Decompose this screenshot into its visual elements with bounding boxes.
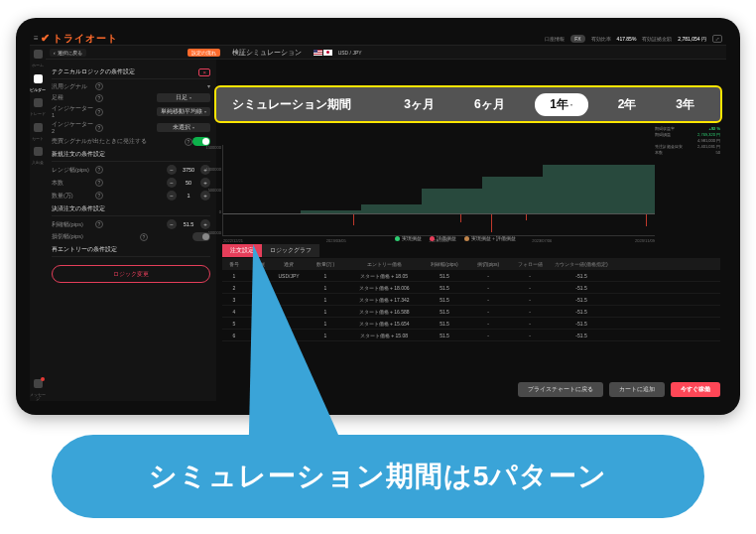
- top-right-stats: 口座情報 FX 有効比率 417.85% 有効証拠金額 2,781,054 円 …: [545, 35, 722, 43]
- rail-messages-label: メッセージ: [30, 394, 46, 401]
- balance-value: 2,781,054 円: [678, 36, 706, 42]
- main-area: シミュレーション期間 3ヶ月 6ヶ月 1年 2年 3年 期間収益率+92 % 期…: [216, 60, 726, 401]
- help-icon[interactable]: ?: [95, 124, 103, 132]
- tab-logic-graph[interactable]: ロジックグラフ: [262, 244, 319, 257]
- expand-icon[interactable]: ⤢: [712, 35, 722, 43]
- bottom-buttons: プライスチャートに戻る カートに追加 今すぐ稼働: [222, 382, 720, 397]
- row-ind1: インジケーター1?単純移動平均線: [52, 105, 210, 118]
- row-tp: 利確幅(pips)?−51.5+: [52, 219, 210, 229]
- row-count: 本数?−50+: [52, 178, 210, 188]
- device-frame: ≡ ✔ トライオート 口座情報 FX 有効比率 417.85% 有効証拠金額 2…: [16, 18, 740, 415]
- help-icon[interactable]: ?: [95, 166, 103, 174]
- tab-orders[interactable]: 注文設定: [222, 244, 262, 257]
- help-icon[interactable]: ?: [95, 82, 103, 90]
- chevron-down-icon[interactable]: ▾: [207, 83, 210, 89]
- result-tabs: 注文設定 ロジックグラフ: [222, 244, 319, 257]
- help-icon[interactable]: ?: [95, 192, 103, 200]
- row-sl: 損切幅(pips)?: [52, 232, 210, 241]
- pair-flags: [314, 50, 332, 56]
- period-3y[interactable]: 3年: [666, 93, 704, 116]
- sim-title: 検証シミュレーション: [232, 48, 302, 58]
- minus-button[interactable]: −: [167, 165, 177, 175]
- row-signal-toggle: 売買シグナルが出たときに発注する?: [52, 137, 210, 146]
- row-qty: 数量(万)?−1+: [52, 191, 210, 200]
- period-options: 3ヶ月 6ヶ月 1年 2年 3年: [375, 93, 704, 116]
- settings-sidebar: 初期設定に戻す テクニカルロジックの条件設定 × 汎用シグナル?▾ 足種?日足 …: [46, 60, 216, 401]
- minus-button[interactable]: −: [167, 178, 177, 188]
- select-ind1[interactable]: 単純移動平均線: [157, 107, 210, 116]
- orders-table: 番号売買通貨数量(万)エントリー価格利確幅(pips)損切(pips)フォロー値…: [222, 258, 720, 375]
- flag-us-icon: [314, 50, 322, 56]
- rail-deposit-label: 入出金: [32, 162, 44, 166]
- chevron-left-icon: ‹: [54, 50, 56, 56]
- table-row[interactable]: 5買1スタート価格 + 15.65451.5---51.5: [222, 318, 720, 330]
- help-icon[interactable]: ?: [95, 220, 103, 228]
- account-label: 口座情報: [545, 36, 565, 42]
- section-reentry: 再エントリーの条件設定: [52, 245, 210, 257]
- row-signal: 汎用シグナル?▾: [52, 82, 210, 90]
- rail-trade-label: トレード: [30, 113, 46, 117]
- rail-trade-icon[interactable]: [34, 98, 43, 107]
- fx-chip[interactable]: FX: [570, 35, 584, 43]
- head-strip: ‹選択に戻る 設定の流れ 検証シミュレーション USD / JPY: [46, 46, 726, 60]
- table-row[interactable]: 3買1スタート価格 + 17.34251.5---51.5: [222, 294, 720, 306]
- table-row[interactable]: 6買1スタート価格 + 15.0851.5---51.5: [222, 330, 720, 341]
- chart-legend: 実現損益 評価損益 実現損益＋評価損益: [395, 236, 516, 241]
- minus-button[interactable]: −: [167, 219, 177, 229]
- rail-home-icon[interactable]: [34, 50, 43, 59]
- hamburger-icon[interactable]: ≡: [34, 34, 39, 43]
- rail-deposit-icon[interactable]: [34, 147, 43, 156]
- setup-flow-chip[interactable]: 設定の流れ: [188, 49, 220, 57]
- callout-text: シミュレーション期間は5パターン: [149, 458, 608, 495]
- margin-label: 有効比率: [591, 36, 611, 42]
- period-label: シミュレーション期間: [232, 96, 351, 113]
- rail-messages-icon[interactable]: [34, 379, 43, 388]
- chart-y-axis: 1500000 1000000 500000 0 -500000: [195, 145, 221, 235]
- add-to-cart-button[interactable]: カートに追加: [609, 382, 665, 397]
- help-icon[interactable]: ?: [95, 108, 103, 116]
- brand-logo: ✔ トライオート: [41, 32, 118, 46]
- clear-x[interactable]: ×: [198, 68, 210, 76]
- callout-bubble: シミュレーション期間は5パターン: [52, 435, 704, 518]
- brand-mark-icon: ✔: [41, 32, 51, 45]
- help-icon[interactable]: ?: [95, 179, 103, 187]
- section-technical: テクニカルロジックの条件設定 ×: [52, 67, 210, 79]
- run-now-button[interactable]: 今すぐ稼働: [671, 382, 720, 397]
- period-2y[interactable]: 2年: [608, 93, 647, 116]
- help-icon[interactable]: ?: [95, 94, 103, 102]
- right-stats: 期間収益率+92 % 期間損益2,769,320 円 4,981,000 円 発…: [653, 123, 722, 158]
- pnl-chart: 1500000 1000000 500000 0 -500000 2022/12…: [222, 145, 655, 236]
- table-row[interactable]: 1買USD/JPY1スタート価格 + 18.0551.5---51.5: [222, 270, 720, 282]
- help-icon[interactable]: ?: [185, 138, 192, 146]
- period-1y[interactable]: 1年: [535, 93, 588, 116]
- period-3m[interactable]: 3ヶ月: [394, 93, 444, 116]
- top-bar: ≡ ✔ トライオート 口座情報 FX 有効比率 417.85% 有効証拠金額 2…: [30, 32, 726, 46]
- select-ind2[interactable]: 未選択: [157, 123, 210, 132]
- pair-label: USD / JPY: [338, 50, 362, 56]
- margin-value: 417.85%: [617, 36, 637, 42]
- logic-change-button[interactable]: ロジック変更: [52, 265, 210, 283]
- select-ashi[interactable]: 日足: [157, 93, 210, 102]
- rail-builder-icon[interactable]: [34, 74, 43, 83]
- rail-cart-icon[interactable]: [34, 123, 43, 132]
- table-row[interactable]: 4買1スタート価格 + 16.58851.5---51.5: [222, 306, 720, 318]
- row-ind2: インジケーター2?未選択: [52, 121, 210, 134]
- balance-label: 有効証拠金額: [642, 36, 672, 42]
- period-selector: シミュレーション期間 3ヶ月 6ヶ月 1年 2年 3年: [214, 85, 722, 123]
- rail-home-label: ホーム: [32, 65, 44, 68]
- rail-builder-label: ビルダー: [30, 89, 46, 93]
- table-header: 番号売買通貨数量(万)エントリー価格利確幅(pips)損切(pips)フォロー値…: [222, 258, 720, 270]
- back-button[interactable]: ‹選択に戻る: [50, 49, 86, 57]
- row-range: レンジ幅(pips)?−3750+: [52, 165, 210, 175]
- row-ashi: 足種?日足: [52, 93, 210, 102]
- table-row[interactable]: 2買1スタート価格 + 18.00651.5---51.5: [222, 282, 720, 294]
- brand-text: トライオート: [53, 32, 118, 46]
- left-rail: ホーム ビルダー トレード カート 入出金 メッセージ: [30, 46, 46, 401]
- minus-button[interactable]: −: [167, 191, 177, 200]
- app-screen: ≡ ✔ トライオート 口座情報 FX 有効比率 417.85% 有効証拠金額 2…: [30, 32, 726, 401]
- flag-jp-icon: [323, 50, 332, 56]
- help-icon[interactable]: ?: [140, 233, 148, 241]
- rail-cart-label: カート: [32, 138, 44, 142]
- back-to-price-chart-button[interactable]: プライスチャートに戻る: [518, 382, 603, 397]
- period-6m[interactable]: 6ヶ月: [464, 93, 515, 116]
